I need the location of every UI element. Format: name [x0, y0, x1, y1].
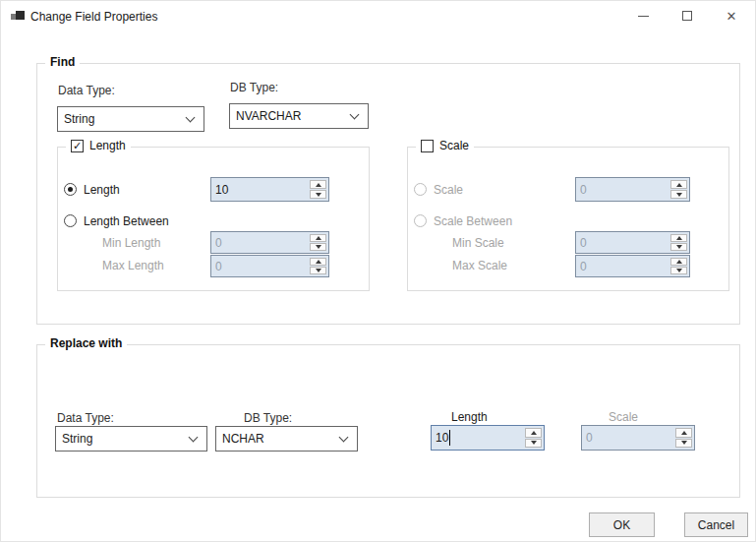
close-icon: ✕ [727, 10, 737, 23]
find-min-length-field [210, 231, 329, 254]
spin-down-button[interactable] [310, 243, 326, 251]
chevron-down-icon [339, 432, 349, 442]
spin-down-button[interactable] [525, 439, 542, 449]
spin-down-button[interactable] [670, 190, 687, 199]
cancel-button[interactable]: Cancel [684, 512, 748, 537]
arrow-down-icon [316, 193, 321, 197]
find-db-type-label: DB Type: [230, 81, 278, 94]
find-db-type-combo[interactable]: NVARCHAR [229, 103, 369, 129]
title-bar: Change Field Properties ✕ [1, 1, 755, 30]
find-length-radio[interactable] [64, 183, 77, 196]
replace-data-type-combo[interactable]: String [55, 426, 207, 452]
chevron-down-icon [186, 112, 196, 122]
arrow-up-icon [676, 236, 682, 240]
replace-length-field [431, 425, 545, 451]
find-data-type-value: String [64, 112, 94, 126]
find-group-legend: Find [45, 55, 80, 69]
close-button[interactable]: ✕ [715, 1, 748, 30]
spin-down-button[interactable] [670, 267, 687, 274]
find-min-length-label: Min Length [102, 236, 160, 250]
replace-db-type-combo[interactable]: NCHAR [215, 426, 358, 452]
arrow-up-icon [676, 183, 682, 187]
find-min-scale-label: Min Scale [452, 236, 504, 250]
maximize-button[interactable] [670, 1, 704, 30]
find-max-length-label: Max Length [102, 259, 164, 272]
arrow-up-icon [681, 431, 687, 435]
find-data-type-label: Data Type: [58, 84, 115, 97]
find-data-type-combo[interactable]: String [57, 106, 204, 132]
ok-button[interactable]: OK [589, 512, 655, 537]
arrow-up-icon [531, 431, 537, 435]
arrow-up-icon [316, 236, 321, 240]
arrow-down-icon [676, 193, 682, 197]
spin-down-button[interactable] [670, 243, 687, 251]
spin-up-button[interactable] [670, 258, 687, 266]
replace-scale-label: Scale [609, 410, 638, 424]
spin-up-button[interactable] [310, 234, 326, 242]
find-scale-checkbox[interactable] [421, 140, 434, 152]
spin-up-button[interactable] [675, 428, 692, 438]
window-title: Change Field Properties [30, 10, 157, 24]
spin-down-button[interactable] [310, 190, 326, 199]
find-max-scale-field [575, 255, 690, 277]
find-db-type-value: NVARCHAR [236, 109, 301, 123]
replace-length-label: Length [451, 410, 488, 424]
spin-up-button[interactable] [525, 428, 542, 438]
arrow-up-icon [676, 260, 682, 264]
replace-db-type-value: NCHAR [222, 432, 264, 446]
find-length-checkbox-label: Length [89, 139, 126, 152]
chevron-down-icon [189, 432, 199, 442]
app-icon [11, 9, 26, 23]
find-scale-radio[interactable] [414, 183, 427, 196]
arrow-down-icon [676, 269, 682, 272]
arrow-down-icon [681, 441, 687, 445]
find-max-length-field [210, 255, 329, 277]
maximize-icon [682, 11, 692, 21]
replace-data-type-value: String [62, 432, 92, 446]
spin-up-button[interactable] [670, 234, 687, 242]
arrow-up-icon [316, 183, 321, 187]
find-length-group-legend: ✓ Length [66, 139, 131, 152]
find-scale-between-radio-label: Scale Between [434, 214, 512, 228]
arrow-down-icon [316, 245, 321, 249]
find-scale-field [575, 177, 690, 202]
find-scale-group-legend: Scale [416, 139, 474, 152]
find-min-scale-field [575, 231, 690, 254]
arrow-down-icon [316, 269, 321, 272]
replace-db-type-label: DB Type: [244, 411, 292, 425]
minimize-icon [638, 16, 649, 17]
spin-down-button[interactable] [310, 267, 326, 274]
chevron-down-icon [350, 109, 360, 119]
text-caret [449, 430, 450, 446]
arrow-down-icon [531, 441, 537, 445]
find-max-scale-label: Max Scale [452, 259, 507, 272]
arrow-up-icon [316, 260, 321, 264]
replace-data-type-label: Data Type: [57, 411, 114, 425]
find-length-field [210, 177, 329, 202]
replace-group-legend: Replace with [45, 336, 127, 350]
spin-up-button[interactable] [310, 258, 326, 266]
find-length-between-radio[interactable] [64, 214, 77, 227]
find-length-radio-label: Length [84, 183, 120, 197]
spin-up-button[interactable] [670, 180, 687, 189]
replace-scale-field [581, 425, 695, 451]
spin-up-button[interactable] [310, 180, 326, 189]
find-length-checkbox[interactable]: ✓ [71, 140, 84, 152]
find-scale-checkbox-label: Scale [439, 139, 469, 152]
minimize-button[interactable] [626, 1, 660, 30]
spin-down-button[interactable] [675, 439, 692, 449]
change-field-properties-dialog: Change Field Properties ✕ Find Data Type… [0, 0, 756, 542]
find-length-between-radio-label: Length Between [84, 214, 169, 228]
find-scale-radio-label: Scale [434, 183, 463, 197]
arrow-down-icon [676, 245, 682, 249]
find-scale-between-radio[interactable] [414, 214, 427, 227]
